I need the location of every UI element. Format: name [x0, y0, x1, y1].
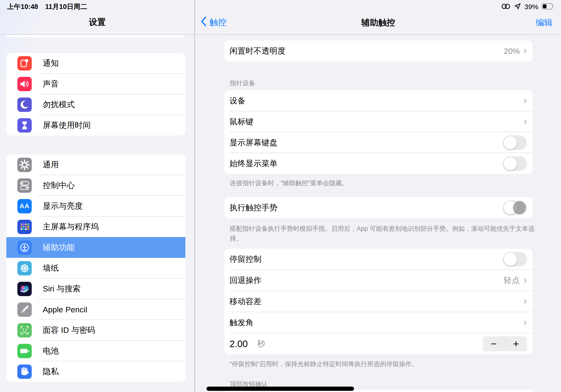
sidebar-item-notifications[interactable]: 通知	[6, 53, 185, 74]
always-show-menu-toggle[interactable]	[503, 156, 527, 171]
sidebar-item-label: 屏幕使用时间	[43, 120, 91, 131]
face-id-icon	[17, 323, 32, 338]
chevron-right-icon: ›	[523, 116, 527, 126]
sidebar-item-label: 电池	[43, 346, 59, 356]
sidebar-item-battery[interactable]: 电池	[6, 340, 185, 361]
sidebar-item-label: 通知	[43, 58, 59, 69]
row-label: 闲置时不透明度	[229, 46, 285, 56]
section-header-pointer-devices: 指针设备	[230, 79, 255, 87]
date: 11月10日周二	[45, 2, 87, 11]
mouse-keys-row[interactable]: 鼠标键 ›	[224, 111, 533, 132]
perform-touch-gestures-row: 执行触控手势	[224, 197, 533, 218]
status-bar-right: 39%	[501, 3, 555, 11]
increment-button[interactable]: +	[505, 336, 527, 351]
edit-button[interactable]: 编辑	[536, 17, 552, 28]
pencil-icon	[17, 303, 32, 317]
sidebar-item-label: 勿扰模式	[43, 99, 75, 110]
sidebar-item-label: 辅助功能	[43, 242, 75, 253]
idle-opacity-card: 闲置时不透明度 20% ›	[224, 40, 533, 62]
home-screen-grid-icon	[17, 220, 32, 234]
row-label: 回退操作	[229, 275, 261, 286]
chevron-right-icon: ›	[523, 296, 527, 306]
pointer-devices-card: 设备 › 鼠标键 › 显示屏幕键盘 始终显示菜单	[224, 90, 533, 174]
row-label: 触发角	[229, 317, 253, 328]
sidebar-item-apple-pencil[interactable]: Apple Pencil	[6, 299, 185, 320]
sidebar-item-label: 面容 ID 与密码	[43, 325, 95, 336]
back-button[interactable]: 触控	[201, 16, 227, 29]
sidebar-item-label: 主屏幕与程序坞	[43, 221, 99, 232]
perform-touch-gestures-toggle[interactable]	[503, 200, 527, 215]
hotspot-link-icon	[501, 3, 511, 11]
sidebar-item-sounds[interactable]: 声音	[6, 74, 185, 94]
sidebar-item-accessibility[interactable]: 辅助功能	[6, 237, 185, 258]
row-label: 鼠标键	[229, 116, 253, 127]
sidebar-item-wallpaper[interactable]: 墙纸	[6, 258, 185, 279]
status-bar: 上午10:48 11月10日周二 39%	[0, 0, 561, 12]
row-label: 移动容差	[229, 296, 261, 307]
row-label: 始终显示菜单	[229, 158, 278, 169]
sounds-icon	[17, 77, 32, 91]
pointer-footnote: 连接指针设备时，“辅助触控”菜单会隐藏。	[230, 178, 348, 188]
dwell-control-toggle[interactable]	[503, 252, 527, 266]
status-bar-left: 上午10:48 11月10日周二	[7, 2, 87, 11]
row-label: 设备	[229, 95, 246, 106]
home-indicator[interactable]	[206, 387, 354, 391]
battery-percent: 39%	[524, 3, 539, 11]
row-value: 20%	[504, 46, 520, 56]
settings-sidebar: 设置 通知 声音	[0, 0, 195, 392]
sidebar-item-general[interactable]: 通用	[6, 154, 185, 175]
movement-tolerance-row[interactable]: 移动容差 ›	[224, 291, 533, 312]
sidebar-item-label: 控制中心	[43, 180, 75, 191]
row-label: 显示屏幕键盘	[229, 137, 278, 148]
chevron-right-icon: ›	[523, 95, 527, 105]
duration-value: 2.00	[229, 339, 248, 349]
sidebar-item-label: 声音	[43, 78, 59, 89]
onscreen-keyboard-toggle[interactable]	[503, 135, 527, 150]
sidebar-item-face-id-passcode[interactable]: 面容 ID 与密码	[6, 320, 185, 340]
sidebar-item-siri-search[interactable]: Siri 与搜索	[6, 279, 185, 299]
touch-gestures-card: 执行触控手势	[224, 197, 533, 218]
sidebar-item-display-brightness[interactable]: AA 显示与亮度	[6, 196, 185, 217]
duration-stepper: − +	[483, 336, 527, 351]
row-value: 轻点	[504, 275, 520, 286]
sidebar-item-label: 显示与亮度	[43, 201, 83, 211]
scrolled-card-edge	[6, 35, 185, 37]
battery-setting-icon	[17, 344, 32, 358]
sidebar-item-do-not-disturb[interactable]: 勿扰模式	[6, 94, 185, 115]
hourglass-icon	[17, 118, 32, 132]
pointer-cursor	[513, 201, 526, 214]
battery-icon	[542, 3, 555, 11]
chevron-right-icon: ›	[523, 45, 527, 55]
back-chevron-icon	[201, 16, 207, 29]
idle-opacity-row[interactable]: 闲置时不透明度 20% ›	[224, 40, 533, 62]
sidebar-item-control-center[interactable]: 控制中心	[6, 175, 185, 196]
sidebar-item-screen-time[interactable]: 屏幕使用时间	[6, 115, 185, 136]
sidebar-item-label: Apple Pencil	[43, 305, 87, 314]
hot-corners-row[interactable]: 触发角 ›	[224, 312, 533, 333]
sidebar-item-home-screen-dock[interactable]: 主屏幕与程序坞	[6, 217, 185, 237]
siri-icon	[17, 282, 32, 296]
dwell-control-card: 停留控制 回退操作 轻点 › 移动容差 › 触发角 › 2.00	[224, 249, 533, 354]
assistivetouch-pane: 触控 辅助触控 编辑 闲置时不透明度 20% › 指针设备 设备 › 鼠标键	[195, 0, 561, 392]
back-label: 触控	[210, 17, 227, 28]
ipad-settings-screen: 上午10:48 11月10日周二 39%	[0, 0, 561, 392]
devices-row[interactable]: 设备 ›	[224, 90, 533, 111]
privacy-hand-icon	[17, 364, 32, 379]
control-center-icon	[17, 178, 32, 193]
dwell-footnote: “停留控制”启用时，保持光标静止特定时间将执行所选的停留操作。	[230, 359, 535, 369]
sidebar-title: 设置	[89, 16, 106, 28]
decrement-button[interactable]: −	[483, 336, 505, 351]
row-label: 停留控制	[229, 254, 261, 265]
duration-unit: 秒	[257, 338, 265, 349]
notifications-icon	[17, 56, 32, 70]
accessibility-icon	[17, 240, 32, 255]
always-show-menu-row: 始终显示菜单	[224, 153, 533, 174]
chevron-right-icon: ›	[523, 274, 527, 285]
moon-icon	[17, 98, 32, 112]
fallback-action-row[interactable]: 回退操作 轻点 ›	[224, 270, 533, 291]
page-title: 辅助触控	[361, 17, 395, 28]
clock: 上午10:48	[7, 2, 38, 11]
sidebar-group-main: 通用 控制中心 AA 显示与亮度	[6, 154, 185, 382]
row-label: 执行触控手势	[229, 202, 278, 213]
sidebar-item-privacy[interactable]: 隐私	[6, 361, 185, 382]
